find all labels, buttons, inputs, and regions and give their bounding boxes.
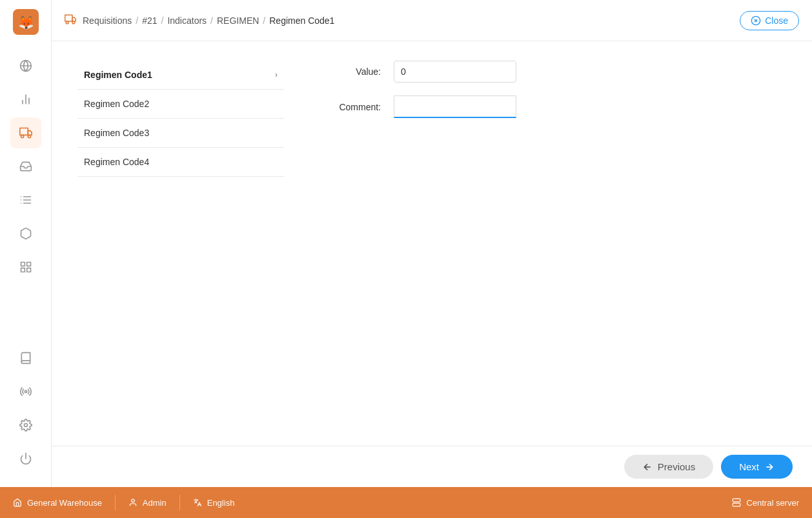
content-inner: Regimen Code1 › Regimen Code2 Regimen Co… xyxy=(77,61,786,177)
svg-rect-35 xyxy=(733,503,741,506)
svg-text:🦊: 🦊 xyxy=(17,15,34,30)
svg-point-33 xyxy=(132,499,135,503)
next-button-label: Next xyxy=(739,461,759,472)
footer-nav: Previous Next xyxy=(52,446,812,487)
svg-rect-19 xyxy=(26,268,30,272)
language-item[interactable]: English xyxy=(193,498,235,508)
next-button[interactable]: Next xyxy=(721,455,793,479)
server-item: Central server xyxy=(732,498,799,508)
warehouse-label: General Warehouse xyxy=(27,498,102,508)
regimen-item-1[interactable]: Regimen Code2 xyxy=(77,90,284,119)
breadcrumb-requisitions[interactable]: Requisitions xyxy=(83,15,132,26)
sidebar-item-logout[interactable] xyxy=(10,443,41,474)
close-button-label: Close xyxy=(765,15,788,26)
comment-input[interactable] xyxy=(394,95,516,118)
user-item[interactable]: Admin xyxy=(128,498,167,508)
breadcrumb-sep-3: / xyxy=(210,15,213,26)
sidebar-item-settings[interactable] xyxy=(10,410,41,441)
value-input[interactable] xyxy=(394,61,516,83)
chevron-right-icon-0: › xyxy=(275,70,278,79)
server-label: Central server xyxy=(746,498,799,508)
user-label: Admin xyxy=(143,498,167,508)
comment-label: Comment: xyxy=(323,102,387,112)
breadcrumb-sep-2: / xyxy=(161,15,164,26)
truck-icon xyxy=(65,14,76,27)
sidebar-item-box[interactable] xyxy=(10,218,41,249)
breadcrumb-sep-1: / xyxy=(136,15,138,26)
breadcrumb-id[interactable]: #21 xyxy=(142,15,157,26)
regimen-item-3[interactable]: Regimen Code4 xyxy=(77,148,284,177)
svg-point-26 xyxy=(66,21,68,24)
sidebar-item-globe[interactable] xyxy=(10,50,41,81)
sidebar: 🦊 xyxy=(0,0,52,487)
warehouse-item[interactable]: General Warehouse xyxy=(13,498,102,508)
header: Requisitions / #21 / Indicators / REGIME… xyxy=(52,0,812,41)
regimen-item-label-2: Regimen Code3 xyxy=(84,128,149,138)
svg-point-10 xyxy=(28,135,30,137)
svg-point-27 xyxy=(72,21,75,24)
sidebar-item-dashboard[interactable] xyxy=(10,252,41,283)
status-divider-1 xyxy=(115,495,116,510)
content-area: Regimen Code1 › Regimen Code2 Regimen Co… xyxy=(52,41,812,446)
svg-rect-34 xyxy=(733,499,741,502)
sidebar-item-analytics[interactable] xyxy=(10,84,41,115)
sidebar-item-book[interactable] xyxy=(10,343,41,374)
value-row: Value: xyxy=(323,61,786,83)
svg-marker-8 xyxy=(28,131,32,135)
breadcrumb-current: Regimen Code1 xyxy=(269,15,334,26)
breadcrumb: Requisitions / #21 / Indicators / REGIME… xyxy=(65,14,334,27)
svg-point-9 xyxy=(21,135,23,137)
close-button[interactable]: Close xyxy=(740,11,799,30)
svg-rect-24 xyxy=(65,15,72,21)
comment-row: Comment: xyxy=(323,95,786,118)
regimen-item-0[interactable]: Regimen Code1 › xyxy=(77,61,284,90)
breadcrumb-sep-4: / xyxy=(263,15,265,26)
sidebar-item-truck[interactable] xyxy=(10,117,41,148)
form-section: Value: Comment: xyxy=(323,61,786,177)
sidebar-item-radio[interactable] xyxy=(10,376,41,407)
svg-rect-7 xyxy=(19,128,27,135)
svg-rect-18 xyxy=(26,263,30,266)
previous-button[interactable]: Previous xyxy=(624,455,713,479)
regimen-list: Regimen Code1 › Regimen Code2 Regimen Co… xyxy=(77,61,284,177)
previous-button-label: Previous xyxy=(658,461,695,472)
svg-point-22 xyxy=(24,424,27,427)
sidebar-item-list[interactable] xyxy=(10,184,41,215)
main-panel: Requisitions / #21 / Indicators / REGIME… xyxy=(52,0,812,487)
svg-marker-25 xyxy=(72,17,76,21)
value-label: Value: xyxy=(323,66,387,77)
svg-rect-20 xyxy=(21,268,25,272)
breadcrumb-regimen[interactable]: REGIMEN xyxy=(217,15,259,26)
app-logo: 🦊 xyxy=(10,6,41,37)
breadcrumb-indicators[interactable]: Indicators xyxy=(167,15,207,26)
status-bar: General Warehouse Admin English Central … xyxy=(0,487,812,518)
sidebar-nav xyxy=(0,44,51,343)
regimen-item-label-1: Regimen Code2 xyxy=(84,99,149,109)
regimen-item-label-3: Regimen Code4 xyxy=(84,157,149,167)
regimen-item-2[interactable]: Regimen Code3 xyxy=(77,119,284,148)
status-divider-2 xyxy=(179,495,180,510)
svg-rect-17 xyxy=(21,263,25,266)
sidebar-item-inbox[interactable] xyxy=(10,151,41,182)
sidebar-bottom xyxy=(10,343,41,481)
language-label: English xyxy=(207,498,235,508)
svg-point-21 xyxy=(25,390,26,392)
regimen-item-label-0: Regimen Code1 xyxy=(84,70,152,80)
